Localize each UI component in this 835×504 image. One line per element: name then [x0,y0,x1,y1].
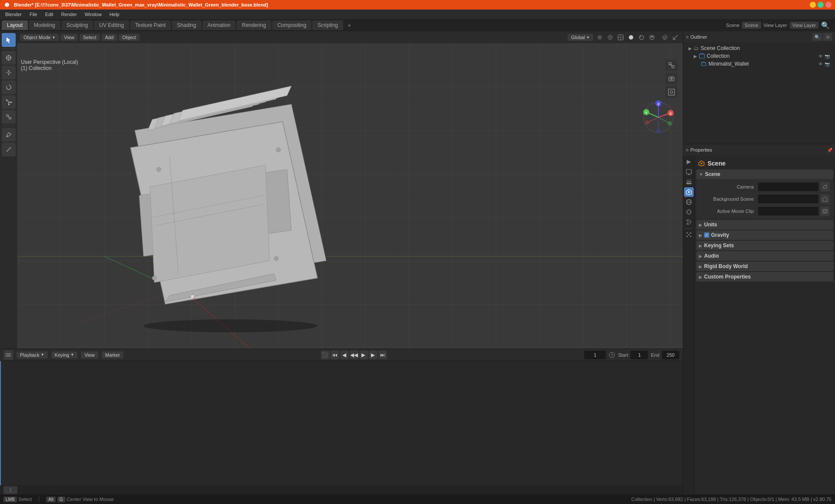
background-scene-value[interactable] [758,195,818,203]
outliner-item-wallet[interactable]: Minimalist_Wallet 👁 📷 [687,60,832,68]
outliner-item-collection[interactable]: ▶ Collection 👁 📷 [687,52,832,60]
object-mode-dropdown[interactable]: Object Mode ▼ [20,34,59,41]
tab-modeling[interactable]: Modeling [29,20,60,30]
transform-tool-button[interactable] [2,110,16,124]
tab-shading[interactable]: Shading [172,20,201,30]
gravity-checkbox[interactable]: ✓ [704,232,709,238]
camera-value[interactable] [758,182,818,191]
select-tool-button[interactable] [2,33,16,47]
end-frame-input[interactable]: 250 [662,351,679,359]
props-output-icon[interactable] [684,167,694,177]
camera-edit-button[interactable] [820,182,830,192]
menu-render[interactable]: Render [58,11,80,18]
measure-button[interactable] [2,143,16,156]
menu-help[interactable]: Help [106,11,123,18]
outliner-settings-button[interactable]: ⚙ [823,33,832,41]
tab-texture-paint[interactable]: Texture Paint [130,20,171,30]
props-world-icon[interactable] [684,197,694,207]
gravity-section-header[interactable]: ▶ ✓ Gravity [696,230,833,240]
outliner-item-scene-collection[interactable]: ▶ 🗂 Scene Collection [687,44,832,52]
menu-edit[interactable]: Edit [42,11,57,18]
global-dropdown[interactable]: Global ▼ [568,34,593,41]
scene-section-header[interactable]: ▼ Scene [696,169,833,179]
rigid-body-section-header[interactable]: ▶ Rigid Body World [696,262,833,271]
timeline-view-menu[interactable]: View [81,351,98,358]
viewport-shading-wire[interactable] [616,33,625,42]
active-movie-clip-value[interactable] [758,207,818,216]
current-frame-input[interactable]: 1 [584,351,606,359]
move-tool-button[interactable] [2,66,16,80]
first-frame-badge[interactable]: 1 [3,486,17,494]
wallet-eye[interactable]: 👁 [818,62,823,66]
props-modifier-icon[interactable] [684,217,694,227]
minimize-button[interactable] [810,2,816,8]
annotate-button[interactable] [2,128,16,142]
menu-window[interactable]: Window [81,11,105,18]
wallet-cam[interactable]: 📷 [825,62,830,66]
add-workspace-button[interactable]: + [344,21,354,30]
viewport-shading-material[interactable] [637,33,646,42]
viewport-canvas[interactable]: User Perspective (Local) (1) Collection [17,43,683,348]
nav-perspective-button[interactable] [665,59,678,71]
props-pin-button[interactable]: 📌 [827,148,832,153]
start-frame-input[interactable]: 1 [631,351,648,359]
play-jump-start-button[interactable]: ⏮ [331,351,339,359]
scale-tool-button[interactable] [2,95,16,109]
scene-selector[interactable]: Scene [742,22,761,29]
proportional-edit[interactable] [605,33,615,42]
custom-props-header[interactable]: ▶ Custom Properties [696,272,833,282]
maximize-button[interactable] [818,2,824,8]
tab-rendering[interactable]: Rendering [237,20,271,30]
show-overlays[interactable] [660,33,670,42]
collection-cam[interactable]: 📷 [825,54,830,59]
show-gizmos[interactable] [671,33,680,42]
snap-toggle[interactable] [595,33,605,42]
search-button[interactable]: 🔍 [821,21,830,30]
play-jump-end-button[interactable]: ⏭ [378,351,387,359]
timeline-body[interactable] [0,361,683,485]
rigid-body-title: Rigid Body World [704,263,748,269]
viewport-shading-solid[interactable] [626,33,636,42]
object-menu[interactable]: Object [119,34,140,41]
outliner-filter-button[interactable]: 🔍 [812,33,822,41]
tab-layout[interactable]: Layout [2,20,28,30]
play-prev-frame-button[interactable]: ◀ [340,351,349,359]
select-menu[interactable]: Select [80,34,100,41]
props-scene-icon[interactable] [684,187,694,197]
add-menu[interactable]: Add [102,34,117,41]
props-particles-icon[interactable] [684,230,694,239]
units-section-header[interactable]: ▶ Units [696,220,833,229]
nav-render-region-button[interactable] [665,86,678,98]
play-next-frame-button[interactable]: ▶ [369,351,377,359]
menu-blender[interactable]: Blender [2,11,25,18]
viewport-shading-rendered[interactable] [647,33,657,42]
play-reverse-button[interactable]: ◀◀ [350,351,358,359]
keying-sets-header[interactable]: ▶ Keying Sets [696,241,833,250]
play-button[interactable]: ▶ [359,351,368,359]
view-layer-selector[interactable]: View Layer [790,22,818,29]
tab-compositing[interactable]: Compositing [272,20,312,30]
tab-uv-editing[interactable]: UV Editing [94,20,129,30]
playback-menu[interactable]: Playback ▼ [17,351,48,358]
outliner-body[interactable]: ▶ 🗂 Scene Collection ▶ Collection 👁 📷 [683,43,835,144]
props-render-icon[interactable] [684,157,694,167]
keying-menu[interactable]: Keying ▼ [51,351,78,358]
view-menu[interactable]: View [60,34,78,41]
close-button[interactable] [825,2,832,8]
play-stop-button[interactable]: ⬛ [321,351,330,359]
timeline-view-type[interactable] [3,350,13,360]
tab-scripting[interactable]: Scripting [312,20,343,30]
menu-file[interactable]: File [26,11,41,18]
marker-menu[interactable]: Marker [102,351,124,358]
background-scene-icon-btn[interactable] [820,194,830,204]
audio-section-header[interactable]: ▶ Audio [696,251,833,261]
props-object-icon[interactable] [684,207,694,217]
active-movie-clip-icon-btn[interactable] [820,206,830,216]
tab-sculpting[interactable]: Sculpting [61,20,93,30]
collection-eye[interactable]: 👁 [818,54,823,59]
cursor-tool-button[interactable] [2,51,16,65]
nav-camera-view-button[interactable] [665,73,678,85]
rotate-tool-button[interactable] [2,80,16,94]
tab-animation[interactable]: Animation [202,20,236,30]
props-view-layer-icon[interactable] [684,177,694,187]
